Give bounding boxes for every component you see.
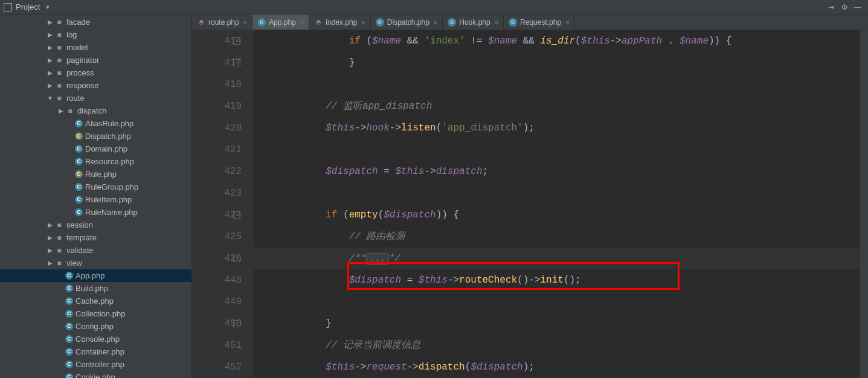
fold-collapse-icon[interactable]: −	[233, 211, 240, 219]
tree-item[interactable]: ▶CCache.php	[0, 295, 191, 307]
editor-tab[interactable]: CRequest.php×	[504, 14, 575, 30]
gear-icon[interactable]: ⚙	[838, 1, 850, 13]
tree-item-label: Domain.php	[85, 144, 127, 153]
editor-tab[interactable]: CDispatch.php×	[371, 14, 443, 30]
close-icon[interactable]: ×	[300, 19, 304, 26]
tree-item-label: validate	[66, 246, 94, 255]
chevron-right-icon[interactable]: ▶	[46, 19, 54, 25]
tree-item-label: dispatch	[77, 106, 106, 115]
close-icon[interactable]: ×	[495, 19, 498, 26]
php-file-icon: C	[65, 335, 73, 343]
tree-item[interactable]: ▶CRuleGroup.php	[0, 181, 191, 193]
line-number: 417−	[192, 52, 242, 74]
code-content[interactable]: if ($name && 'index' != $name && is_dir(…	[254, 30, 860, 378]
error-stripe[interactable]	[860, 30, 868, 378]
tree-item[interactable]: ▶CCookie.php	[0, 371, 191, 378]
tree-item[interactable]: ▶validate	[0, 244, 191, 257]
tree-item[interactable]: ▶view	[0, 257, 191, 269]
line-number: 420	[192, 117, 242, 139]
line-number: 452	[192, 356, 242, 378]
chevron-right-icon[interactable]: ▶	[46, 31, 54, 38]
tree-item-label: AliasRule.php	[85, 119, 133, 128]
tree-item[interactable]: ▶session	[0, 219, 191, 231]
tree-item[interactable]: ▶CContainer.php	[0, 345, 191, 358]
code-editor[interactable]: 414+417−418419420421422423424−425426+448…	[192, 30, 868, 378]
tree-item[interactable]: ▶facade	[0, 16, 191, 28]
tree-item[interactable]: ▶CController.php	[0, 358, 191, 371]
line-number: 426+	[192, 248, 242, 269]
tree-item-label: Dispatch.php	[85, 132, 131, 141]
php-file-icon: C	[65, 322, 73, 330]
editor-tab[interactable]: CApp.php×	[252, 14, 309, 30]
tree-item[interactable]: ▶response	[0, 79, 191, 92]
close-icon[interactable]: ×	[243, 19, 247, 26]
folder-icon	[54, 246, 64, 255]
chevron-right-icon[interactable]: ▶	[46, 234, 54, 241]
tree-item[interactable]: ▶CRule.php	[0, 168, 191, 181]
chevron-right-icon[interactable]: ▶	[46, 260, 54, 266]
editor-tab[interactable]: ⬘index.php×	[309, 14, 370, 30]
fold-expand-icon[interactable]: +	[233, 37, 240, 45]
tree-item[interactable]: ▶CApp.php	[0, 269, 191, 282]
editor-tab[interactable]: ⬘route.php×	[192, 14, 252, 30]
file-tree[interactable]: ▶facade▶log▶model▶paginator▶process▶resp…	[0, 14, 191, 378]
tree-item[interactable]: ▶CRuleItem.php	[0, 193, 191, 206]
chevron-right-icon[interactable]: ▶	[46, 222, 54, 228]
tree-item[interactable]: ▶CBuild.php	[0, 282, 191, 295]
fold-expand-icon[interactable]: +	[233, 255, 240, 262]
highlight-annotation	[347, 262, 680, 290]
tree-item[interactable]: ▶CDomain.php	[0, 143, 191, 155]
folder-icon	[54, 94, 64, 103]
fold-collapse-icon[interactable]: −	[233, 59, 240, 66]
tree-item[interactable]: ▶CCollection.php	[0, 307, 191, 320]
tree-item[interactable]: ▶CDispatch.php	[0, 130, 191, 143]
tree-item[interactable]: ▶process	[0, 66, 191, 79]
php-file-icon: C	[65, 373, 73, 378]
tab-label: Hook.php	[459, 18, 490, 27]
close-icon[interactable]: ×	[434, 19, 437, 26]
line-number: 419	[192, 95, 242, 117]
tree-item-label: response	[66, 81, 98, 90]
php-file-icon: C	[65, 284, 73, 292]
tree-item-label: model	[66, 43, 88, 52]
editor-tab[interactable]: CHook.php×	[443, 14, 504, 30]
line-number: 418	[192, 74, 242, 95]
tree-item[interactable]: ▼route	[0, 92, 191, 104]
chevron-right-icon[interactable]: ▶	[46, 44, 54, 51]
line-number: 423	[192, 182, 242, 204]
tree-item[interactable]: ▶template	[0, 231, 191, 244]
close-icon[interactable]: ×	[361, 19, 365, 26]
tree-item-label: Container.php	[76, 347, 124, 356]
minimize-icon[interactable]: —	[852, 1, 864, 13]
tree-item[interactable]: ▶dispatch	[0, 104, 191, 117]
line-number: 448	[192, 269, 242, 291]
file-icon: C	[448, 18, 456, 27]
close-icon[interactable]: ×	[565, 19, 569, 26]
tree-item-label: template	[66, 233, 97, 242]
tree-item-label: RuleName.php	[85, 208, 138, 217]
chevron-right-icon[interactable]: ▶	[46, 82, 54, 89]
tree-item[interactable]: ▶model	[0, 41, 191, 54]
tree-item[interactable]: ▶CConfig.php	[0, 320, 191, 333]
chevron-right-icon[interactable]: ▶	[46, 57, 54, 63]
line-number: 449	[192, 291, 242, 313]
tree-item[interactable]: ▶CAliasRule.php	[0, 117, 191, 130]
chevron-right-icon[interactable]: ▶	[57, 107, 65, 114]
fold-collapse-icon[interactable]: −	[233, 320, 240, 327]
tree-item[interactable]: ▶CRuleName.php	[0, 206, 191, 219]
chevron-right-icon[interactable]: ▶	[46, 69, 54, 76]
chevron-down-icon[interactable]: ▼	[46, 95, 54, 101]
tree-item-label: session	[66, 220, 93, 229]
tree-item[interactable]: ▶paginator	[0, 54, 191, 66]
tree-item[interactable]: ▶CConsole.php	[0, 333, 191, 345]
folder-icon	[54, 31, 64, 39]
php-file-icon: C	[75, 208, 83, 216]
project-selector[interactable]: Project ▼	[4, 2, 50, 11]
tree-item[interactable]: ▶CResource.php	[0, 155, 191, 168]
tree-item-label: Build.php	[76, 284, 108, 293]
collapse-icon[interactable]: ⇥	[825, 1, 837, 13]
tree-item[interactable]: ▶log	[0, 28, 191, 41]
tree-item-label: facade	[66, 18, 90, 27]
file-icon: ⬘	[197, 18, 205, 27]
chevron-right-icon[interactable]: ▶	[46, 247, 54, 254]
